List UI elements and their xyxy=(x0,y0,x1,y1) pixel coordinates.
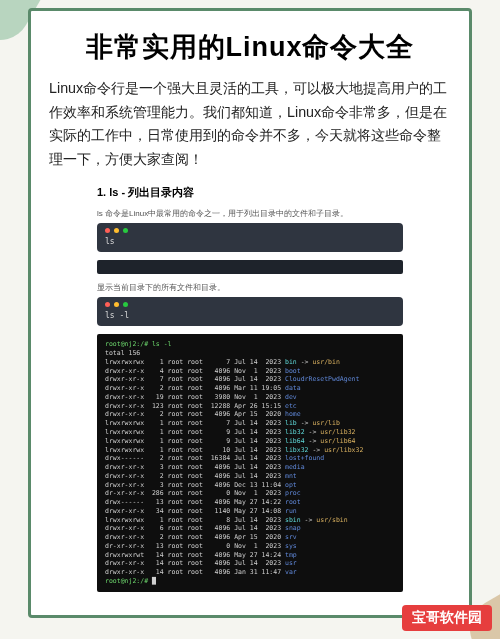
code-block-lsl: ls -l xyxy=(97,297,403,326)
section-title: 1. ls - 列出目录内容 xyxy=(97,185,451,200)
window-dots-icon xyxy=(105,228,128,233)
terminal-output: root@nj2:/# ls -l total 156 lrwxrwxrwx 1… xyxy=(97,334,403,591)
output-bar xyxy=(97,260,403,274)
code-text: ls -l xyxy=(105,311,129,320)
article-card: 非常实用的Linux命令大全 Linux命令行是一个强大且灵活的工具，可以极大地… xyxy=(28,8,472,618)
watermark-logo: 宝哥软件园 xyxy=(402,605,492,631)
section-desc-1: ls 命令是Linux中最常用的命令之一，用于列出目录中的文件和子目录。 xyxy=(97,208,451,219)
page-title: 非常实用的Linux命令大全 xyxy=(49,29,451,65)
code-block-ls: ls xyxy=(97,223,403,252)
code-text: ls xyxy=(105,237,115,246)
intro-paragraph: Linux命令行是一个强大且灵活的工具，可以极大地提高用户的工作效率和系统管理能… xyxy=(49,77,451,171)
section-desc-2: 显示当前目录下的所有文件和目录。 xyxy=(97,282,451,293)
window-dots-icon xyxy=(105,302,128,307)
